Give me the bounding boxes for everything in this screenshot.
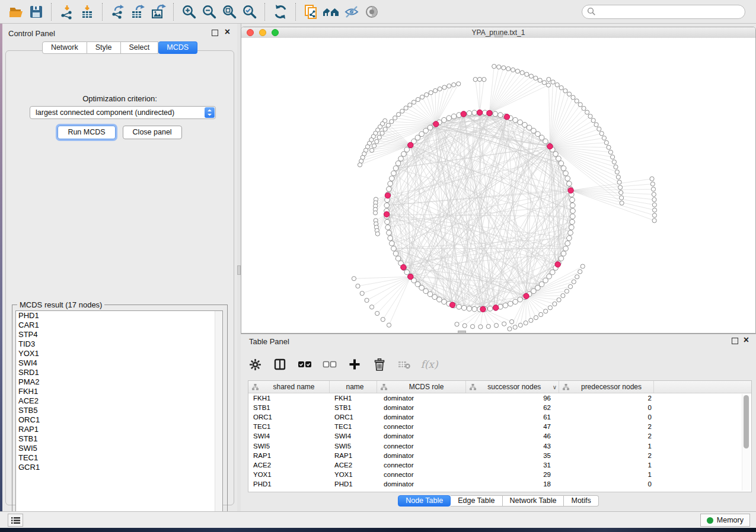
search-icon: [587, 7, 596, 16]
deselect-all-icon[interactable]: [323, 357, 337, 371]
control-panel-header: Control Panel ×: [2, 28, 237, 39]
column-header-predecessor-nodes[interactable]: predecessor nodes: [559, 381, 654, 393]
column-header-shared-name[interactable]: shared name: [248, 381, 330, 393]
add-column-icon[interactable]: [347, 357, 362, 371]
show-columns-icon[interactable]: [273, 357, 287, 371]
table-panel-header: Table Panel ×: [241, 336, 756, 347]
zoom-out-icon[interactable]: [199, 3, 219, 21]
task-history-button[interactable]: [8, 514, 23, 527]
select-all-icon[interactable]: [298, 357, 312, 371]
mcds-result-item[interactable]: CAR1: [16, 321, 222, 330]
zoom-selected-icon[interactable]: [240, 3, 260, 21]
mcds-result-item[interactable]: STB1: [16, 434, 222, 444]
mcds-result-item[interactable]: SWI5: [16, 444, 222, 453]
refresh-layout-icon[interactable]: [270, 3, 291, 21]
tab-edge-table[interactable]: Edge Table: [451, 495, 502, 507]
tab-mcds[interactable]: MCDS: [158, 41, 197, 54]
table-row[interactable]: PHD1PHD1dominator180: [248, 479, 751, 489]
mcds-result-item[interactable]: YOX1: [16, 349, 222, 358]
table-scrollbar-thumb[interactable]: [744, 395, 749, 448]
mcds-result-item[interactable]: GCR1: [16, 463, 222, 472]
table-row[interactable]: ACE2ACE2connector311: [248, 460, 751, 470]
mcds-result-item[interactable]: ACE2: [16, 396, 222, 406]
mcds-result-item[interactable]: TEC1: [16, 453, 222, 463]
export-image-icon[interactable]: [148, 3, 168, 21]
mcds-result-group: MCDS result (17 nodes) PHD1CAR1STP4TID3Y…: [12, 305, 228, 525]
tab-network[interactable]: Network: [42, 41, 87, 54]
node-table-header: shared namenameMCDS rolesuccessor nodes∨…: [248, 381, 751, 393]
mcds-result-list[interactable]: PHD1CAR1STP4TID3YOX1SWI4SRD1PMA2FKH1ACE2…: [15, 310, 223, 519]
table-settings-gear-icon[interactable]: [248, 357, 262, 371]
tab-motifs[interactable]: Motifs: [564, 495, 598, 507]
run-mcds-button[interactable]: Run MCDS: [58, 126, 115, 139]
import-network-icon[interactable]: [57, 3, 77, 21]
mcds-result-item[interactable]: PMA2: [16, 377, 222, 387]
mcds-result-item[interactable]: RAP1: [16, 425, 222, 434]
mcds-list-scrollbar[interactable]: [215, 311, 222, 518]
table-row[interactable]: RAP1RAP1dominator352: [248, 451, 751, 460]
delete-table-icon-disabled: [397, 357, 412, 371]
zoom-in-icon[interactable]: [179, 3, 199, 21]
close-panel-button[interactable]: Close panel: [123, 126, 182, 139]
search-sites-icon[interactable]: [321, 3, 342, 21]
mcds-result-item[interactable]: PHD1: [16, 311, 222, 321]
node-table-body: FKH1FKH1dominator962STB1STB1dominator620…: [248, 393, 751, 489]
close-table-panel-icon[interactable]: ×: [744, 335, 749, 345]
tab-style[interactable]: Style: [87, 41, 121, 54]
mcds-result-item[interactable]: SRD1: [16, 368, 222, 377]
table-row[interactable]: ORC1ORC1dominator610: [248, 412, 751, 422]
mcds-result-item[interactable]: SWI4: [16, 358, 222, 368]
mcds-result-item[interactable]: TID3: [16, 339, 222, 349]
clone-network-icon[interactable]: [301, 3, 321, 21]
tab-node-table[interactable]: Node Table: [398, 495, 451, 507]
optimization-criterion-label: Optimization criterion:: [6, 94, 234, 103]
main-toolbar: [0, 0, 756, 24]
column-header-successor-nodes[interactable]: successor nodes∨: [466, 381, 559, 393]
table-row[interactable]: STB1STB1dominator620: [248, 403, 751, 412]
search-input[interactable]: [596, 7, 740, 17]
import-table-icon[interactable]: [77, 3, 97, 21]
close-panel-icon[interactable]: ×: [225, 27, 230, 37]
memory-button[interactable]: Memory: [700, 514, 750, 527]
mcds-result-item[interactable]: STP4: [16, 330, 222, 339]
toolbar-separator: [102, 3, 103, 21]
function-builder-icon-disabled: f(x): [422, 357, 436, 371]
criterion-select[interactable]: largest connected component (undirected): [30, 106, 216, 119]
network-graph[interactable]: [241, 38, 755, 333]
mcds-result-item[interactable]: FKH1: [16, 387, 222, 396]
table-panel-tabs: Node TableEdge TableNetwork TableMotifs: [241, 495, 756, 507]
table-row[interactable]: FKH1FKH1dominator962: [248, 393, 751, 403]
float-table-panel-icon[interactable]: [732, 338, 738, 344]
table-row[interactable]: TEC1TEC1connector472: [248, 422, 751, 431]
tab-select[interactable]: Select: [121, 41, 159, 54]
export-network-icon[interactable]: [108, 3, 128, 21]
open-file-icon[interactable]: [6, 3, 26, 21]
control-panel: Control Panel × NetworkStyleSelectMCDS O…: [2, 24, 237, 511]
toolbar-separator: [173, 3, 174, 21]
tab-network-table[interactable]: Network Table: [503, 495, 564, 507]
status-bar: Memory: [0, 511, 756, 528]
memory-label: Memory: [717, 516, 744, 524]
mcds-result-item[interactable]: STB5: [16, 406, 222, 415]
show-details-icon[interactable]: [362, 3, 382, 21]
splitter-handle-top[interactable]: [495, 34, 503, 37]
zoom-fit-icon[interactable]: [219, 3, 240, 21]
export-table-icon[interactable]: [128, 3, 148, 21]
select-stepper-icon: [205, 107, 215, 118]
table-row[interactable]: SWI4SWI4dominator462: [248, 431, 751, 441]
hide-details-icon[interactable]: [342, 3, 362, 21]
node-table[interactable]: shared namenameMCDS rolesuccessor nodes∨…: [248, 380, 752, 492]
network-canvas[interactable]: [241, 38, 755, 333]
table-scrollbar[interactable]: [742, 394, 750, 491]
search-box[interactable]: [582, 5, 745, 19]
float-panel-icon[interactable]: [212, 30, 218, 36]
table-row[interactable]: SWI5SWI5connector431: [248, 441, 751, 450]
mcds-result-item[interactable]: ORC1: [16, 415, 222, 425]
desktop-wallpaper-bottom: [0, 528, 756, 532]
column-header-MCDS-role[interactable]: MCDS role: [377, 381, 466, 393]
table-row[interactable]: YOX1YOX1connector291: [248, 470, 751, 479]
save-session-icon[interactable]: [26, 3, 46, 21]
column-header-name[interactable]: name: [330, 381, 377, 393]
criterion-value: largest connected component (undirected): [36, 108, 174, 117]
delete-column-icon[interactable]: [372, 357, 387, 371]
